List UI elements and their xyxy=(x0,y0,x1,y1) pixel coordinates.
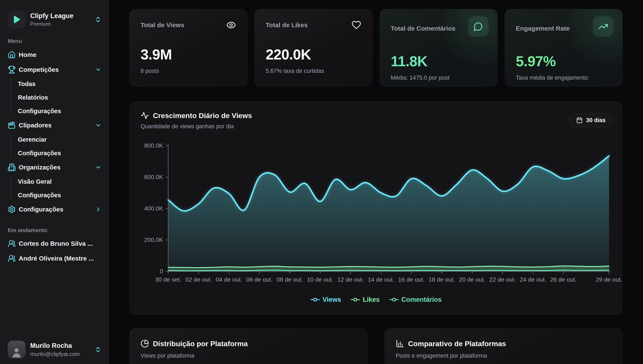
competicoes-submenu: Todas Relatórios Configurações xyxy=(11,77,109,118)
bar-chart-icon xyxy=(396,339,404,348)
sidebar: Clipfy League Premium Menu Home Competiç… xyxy=(0,0,109,364)
sidebar-item-configuracoes[interactable]: Configurações xyxy=(0,202,109,217)
ongoing-item-andre-oliveira[interactable]: André Oliveira (Mestre ... xyxy=(0,251,109,266)
workspace-title: Clipfy League xyxy=(30,12,90,20)
svg-text:30 de set.: 30 de set. xyxy=(155,276,181,283)
menu-section-label: Menu xyxy=(8,38,101,44)
main-content: Total de Views 3.9M 8 posts Total de Lik… xyxy=(109,0,643,364)
area-chart[interactable]: 0200.0K400.0K600.0K800.0K30 de set.02 de… xyxy=(129,102,622,315)
svg-text:22 de out.: 22 de out. xyxy=(489,276,516,283)
avatar xyxy=(8,341,26,358)
svg-text:18 de out.: 18 de out. xyxy=(428,276,455,283)
user-name: Murilo Rocha xyxy=(30,342,90,350)
chevron-right-icon xyxy=(95,206,101,212)
workspace-plan: Premium xyxy=(30,21,90,27)
stat-subtitle: Média: 1475.0 por post xyxy=(391,74,486,81)
sidebar-subitem-relatorios[interactable]: Relatórios xyxy=(18,91,109,104)
svg-text:10 de out.: 10 de out. xyxy=(307,276,334,283)
sidebar-item-competicoes[interactable]: Competições xyxy=(0,62,109,77)
panel-subtitle: Views por plataforma xyxy=(141,352,356,359)
daily-views-chart-card: Crescimento Diário de Views Quantidade d… xyxy=(129,101,622,315)
trending-up-icon xyxy=(593,16,613,37)
stat-subtitle: 8 posts xyxy=(141,68,236,74)
panel-title: Comparativo de Plataformas xyxy=(408,340,506,348)
chevron-down-icon xyxy=(95,66,101,73)
sidebar-item-clipadores[interactable]: Clipadores xyxy=(0,118,109,133)
svg-text:26 de out.: 26 de out. xyxy=(550,276,577,283)
chat-bubble-icon xyxy=(468,16,488,37)
legend-item-likes[interactable]: Likes xyxy=(350,296,379,304)
svg-text:12 de out.: 12 de out. xyxy=(337,276,364,283)
stat-value: 11.8K xyxy=(391,53,486,70)
sidebar-subitem-organizacoes-configuracoes[interactable]: Configurações xyxy=(18,188,109,202)
panel-subtitle: Posts e engagement por plataforma xyxy=(396,352,611,359)
svg-text:29 de out.: 29 de out. xyxy=(596,276,622,283)
ongoing-section-label: Em andamento xyxy=(8,227,101,234)
ongoing-item-bruno-silva[interactable]: Cortes do Bruno Silva ... xyxy=(0,236,109,251)
stat-value: 220.0K xyxy=(266,46,361,63)
organizacoes-submenu: Visão Geral Configurações xyxy=(11,175,109,202)
stat-card-engagement-rate: Engagement Rate 5.97% Taxa média de enga… xyxy=(505,9,622,87)
stat-subtitle: Taxa média de engajamento xyxy=(516,74,611,81)
gear-icon xyxy=(8,205,16,214)
sidebar-subitem-gerenciar[interactable]: Gerenciar xyxy=(18,133,109,146)
sidebar-subitem-todas[interactable]: Todas xyxy=(18,77,109,91)
panel-title: Distribuição por Plataforma xyxy=(153,340,248,348)
sidebar-subitem-clipadores-configuracoes[interactable]: Configurações xyxy=(18,146,109,160)
svg-text:04 de out.: 04 de out. xyxy=(216,276,242,283)
stat-value: 5.97% xyxy=(516,53,611,70)
stat-subtitle: 5.67% taxa de curtidas xyxy=(266,68,361,74)
chevrons-up-down-icon xyxy=(95,346,101,353)
users-icon xyxy=(8,240,16,248)
svg-text:08 de out.: 08 de out. xyxy=(277,276,303,283)
svg-text:800.0K: 800.0K xyxy=(144,142,163,149)
clipadores-submenu: Gerenciar Configurações xyxy=(11,133,109,160)
trophy-icon xyxy=(8,66,16,74)
svg-text:24 de out.: 24 de out. xyxy=(520,276,546,283)
stat-card-total-likes: Total de Likes 220.0K 5.67% taxa de curt… xyxy=(254,9,372,87)
workspace-switcher[interactable]: Clipfy League Premium xyxy=(8,10,101,28)
stat-card-total-comentarios: Total de Comentários 11.8K Média: 1475.0… xyxy=(379,9,498,87)
bottom-cards-row: Distribuição por Plataforma Views por pl… xyxy=(129,328,622,364)
svg-text:20 de out.: 20 de out. xyxy=(459,276,485,283)
clipfy-logo xyxy=(8,10,26,28)
svg-text:400.0K: 400.0K xyxy=(144,205,163,212)
svg-text:06 de out.: 06 de out. xyxy=(246,276,273,283)
user-email: murilo@clipfyai.com xyxy=(30,351,90,358)
stats-row: Total de Views 3.9M 8 posts Total de Lik… xyxy=(129,9,622,87)
sidebar-item-organizacoes[interactable]: Organizações xyxy=(0,160,109,175)
eye-icon xyxy=(226,20,236,30)
svg-text:0: 0 xyxy=(160,268,163,274)
home-icon xyxy=(8,51,16,59)
svg-text:16 de out.: 16 de out. xyxy=(398,276,425,283)
clapperboard-icon xyxy=(8,121,16,129)
heart-icon xyxy=(351,20,361,30)
svg-text:600.0K: 600.0K xyxy=(144,174,163,180)
legend-item-views[interactable]: Views xyxy=(310,296,341,304)
svg-text:02 de out.: 02 de out. xyxy=(185,276,212,283)
legend-item-comentarios[interactable]: Comentários xyxy=(389,296,442,304)
chevron-down-icon xyxy=(95,122,101,128)
pie-chart-icon xyxy=(141,339,149,348)
chevron-down-icon xyxy=(95,164,101,170)
chart-legend: Views Likes Comentários xyxy=(129,292,622,307)
chevrons-up-down-icon xyxy=(95,16,101,23)
sidebar-subitem-competicoes-configuracoes[interactable]: Configurações xyxy=(18,104,109,118)
svg-text:14 de out.: 14 de out. xyxy=(368,276,394,283)
sidebar-item-home[interactable]: Home xyxy=(0,47,109,62)
stat-card-total-views: Total de Views 3.9M 8 posts xyxy=(129,9,247,87)
users-icon xyxy=(8,254,16,262)
platform-distribution-card: Distribuição por Plataforma Views por pl… xyxy=(129,328,367,364)
stat-value: 3.9M xyxy=(141,46,236,63)
user-menu[interactable]: Murilo Rocha murilo@clipfyai.com xyxy=(8,341,101,358)
sidebar-subitem-visao-geral[interactable]: Visão Geral xyxy=(18,175,109,188)
svg-text:200.0K: 200.0K xyxy=(144,236,163,243)
building-icon xyxy=(8,163,16,172)
platform-comparison-card: Comparativo de Plataformas Posts e engag… xyxy=(384,328,622,364)
